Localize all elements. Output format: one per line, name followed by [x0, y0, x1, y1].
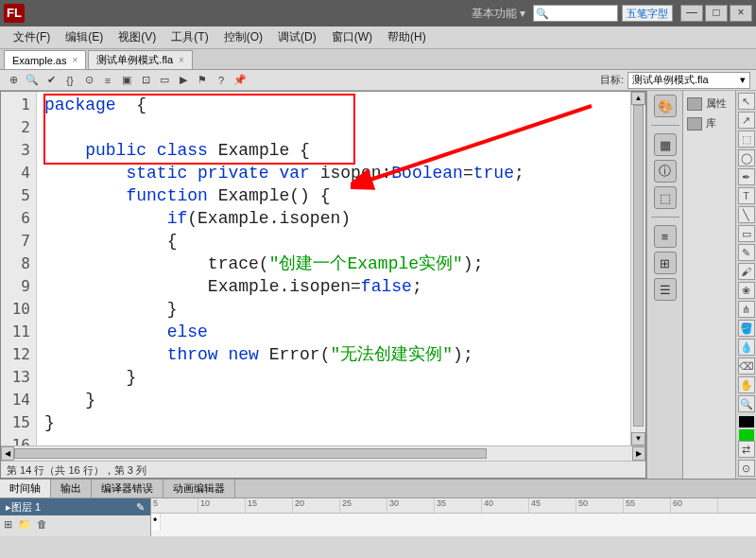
new-folder-icon[interactable]: 📁 [18, 518, 31, 531]
pin-icon[interactable]: 📌 [232, 73, 248, 88]
fill-color-swatch[interactable] [739, 429, 754, 441]
deco-tool-icon[interactable]: ❀ [738, 282, 755, 299]
new-layer-icon[interactable]: ⊞ [4, 518, 12, 531]
panel-icon-strip: 🎨 ▦ ⓘ ⬚ ≡ ⊞ ☰ [646, 91, 682, 479]
panel-labels: 属性 库 [682, 91, 735, 479]
scroll-thumb[interactable] [14, 448, 487, 459]
stroke-color-swatch[interactable] [739, 416, 754, 427]
frame-row[interactable] [151, 514, 756, 531]
check-icon[interactable]: ✔ [43, 73, 59, 88]
code-editor[interactable]: 12345678910111213141516 package { public… [0, 91, 646, 479]
tab-test-fla[interactable]: 测试单例模式.fla× [88, 50, 193, 69]
comment-icon[interactable]: ⊡ [138, 73, 153, 88]
target-dropdown[interactable]: 测试单例模式.fla▾ [627, 72, 750, 89]
tab-compiler-errors[interactable]: 编译器错误 [92, 480, 163, 497]
find-icon[interactable]: 🔍 [25, 73, 40, 88]
search-input[interactable]: 🔍 [533, 5, 618, 22]
bottom-panel: 时间轴 输出 编译器错误 动画编辑器 ▸ 图层 1 ✎ ⊞ 📁 🗑 510152… [0, 479, 756, 535]
workspace-dropdown[interactable]: 基本功能 [472, 6, 525, 22]
text-tool-icon[interactable]: T [738, 187, 755, 204]
pen-tool-icon[interactable]: ✒ [738, 168, 755, 185]
vertical-scrollbar[interactable]: ▲ ▼ [630, 92, 645, 445]
swap-colors-icon[interactable]: ⇄ [738, 441, 755, 458]
ime-indicator[interactable]: 五笔字型 [622, 5, 673, 22]
horizontal-scrollbar[interactable]: ◀ ▶ [1, 445, 645, 461]
lasso-tool-icon[interactable]: ◯ [738, 149, 755, 166]
free-transform-icon[interactable]: ⬚ [738, 131, 755, 148]
selection-tool-icon[interactable]: ↖ [738, 93, 755, 110]
eyedropper-icon[interactable]: 💧 [738, 339, 755, 356]
menu-view[interactable]: 视图(V) [111, 27, 163, 47]
editor-toolbar: ⊕ 🔍 ✔ {} ⊙ ≡ ▣ ⊡ ▭ ▶ ⚑ ? 📌 目标: 测试单例模式.fl… [0, 70, 756, 91]
swatches-icon[interactable]: 🎨 [654, 95, 677, 117]
status-bar: 第 14 行（共 16 行），第 3 列 [1, 461, 645, 478]
maximize-button[interactable]: □ [705, 5, 728, 22]
paint-bucket-icon[interactable]: 🪣 [738, 320, 755, 337]
rectangle-tool-icon[interactable]: ▭ [738, 225, 755, 242]
scroll-right-icon[interactable]: ▶ [632, 446, 645, 461]
code-content[interactable]: package { public class Example { static … [37, 92, 630, 445]
collapse-icon[interactable]: ▣ [119, 73, 134, 88]
tab-example-as[interactable]: Example.as× [4, 50, 86, 69]
tools-panel: ↖ ↗ ⬚ ◯ ✒ T ╲ ▭ ✎ 🖌 ❀ ⋔ 🪣 💧 ⌫ ✋ 🔍 ⇄ ⊙ [735, 91, 756, 479]
close-icon[interactable]: × [72, 55, 77, 65]
motion-presets-icon[interactable]: ☰ [654, 278, 677, 301]
frame-ruler: 51015202530354045505560 [151, 498, 756, 514]
target-label: 目标: [600, 73, 624, 87]
menu-edit[interactable]: 编辑(E) [58, 27, 111, 47]
search-icon: 🔍 [536, 8, 549, 20]
components-icon[interactable]: ⊞ [654, 252, 677, 274]
menu-window[interactable]: 窗口(W) [324, 27, 380, 47]
snap-icon[interactable]: ⊙ [738, 460, 755, 477]
bone-tool-icon[interactable]: ⋔ [738, 301, 755, 318]
menu-bar: 文件(F) 编辑(E) 视图(V) 工具(T) 控制(O) 调试(D) 窗口(W… [0, 26, 756, 49]
library-panel-tab[interactable]: 库 [687, 116, 731, 131]
scroll-up-icon[interactable]: ▲ [631, 92, 645, 105]
scroll-thumb[interactable] [633, 105, 644, 427]
help-icon[interactable]: ? [214, 73, 229, 88]
library-icon [687, 117, 702, 131]
transform-icon[interactable]: ⬚ [654, 186, 677, 209]
align-icon[interactable]: ▦ [654, 133, 677, 156]
pencil-tool-icon[interactable]: ✎ [738, 244, 755, 261]
close-icon[interactable]: × [179, 55, 184, 65]
format-icon[interactable]: ≡ [100, 73, 115, 88]
frames-area[interactable]: 51015202530354045505560 [151, 498, 756, 536]
tab-timeline[interactable]: 时间轴 [0, 480, 51, 497]
tab-motion-editor[interactable]: 动画编辑器 [163, 480, 235, 497]
menu-tools[interactable]: 工具(T) [163, 27, 215, 47]
close-button[interactable]: × [730, 5, 752, 22]
tab-output[interactable]: 输出 [51, 480, 92, 497]
app-logo: FL [4, 4, 25, 23]
document-tab-bar: Example.as× 测试单例模式.fla× [0, 49, 756, 70]
brace-icon[interactable]: {} [62, 73, 77, 88]
line-gutter: 12345678910111213141516 [1, 92, 37, 445]
scroll-left-icon[interactable]: ◀ [1, 446, 14, 461]
eraser-tool-icon[interactable]: ⌫ [738, 357, 755, 375]
scroll-down-icon[interactable]: ▼ [631, 432, 645, 445]
chevron-down-icon: ▾ [740, 74, 746, 86]
bookmark-icon[interactable]: ⚑ [195, 73, 210, 88]
block-icon[interactable]: ▭ [157, 73, 172, 88]
title-bar: FL 基本功能 🔍 五笔字型 — □ × [0, 0, 756, 26]
zoom-tool-icon[interactable]: 🔍 [738, 395, 755, 412]
debug-icon[interactable]: ▶ [176, 73, 191, 88]
layer-row[interactable]: ▸ 图层 1 ✎ [0, 498, 150, 515]
delete-layer-icon[interactable]: 🗑 [37, 518, 47, 530]
hand-tool-icon[interactable]: ✋ [738, 376, 755, 393]
subselection-tool-icon[interactable]: ↗ [738, 112, 755, 129]
line-tool-icon[interactable]: ╲ [738, 206, 755, 223]
brush-tool-icon[interactable]: 🖌 [738, 263, 755, 280]
info-icon[interactable]: ⓘ [654, 160, 677, 183]
add-icon[interactable]: ⊕ [6, 73, 21, 88]
properties-panel-tab[interactable]: 属性 [687, 96, 731, 111]
menu-control[interactable]: 控制(O) [216, 27, 270, 47]
target-icon[interactable]: ⊙ [81, 73, 96, 88]
menu-debug[interactable]: 调试(D) [270, 27, 324, 47]
menu-help[interactable]: 帮助(H) [380, 27, 434, 47]
menu-file[interactable]: 文件(F) [6, 27, 58, 47]
minimize-button[interactable]: — [680, 5, 703, 22]
properties-icon [687, 97, 702, 111]
pencil-icon: ✎ [136, 501, 145, 514]
code-snippets-icon[interactable]: ≡ [654, 225, 677, 248]
